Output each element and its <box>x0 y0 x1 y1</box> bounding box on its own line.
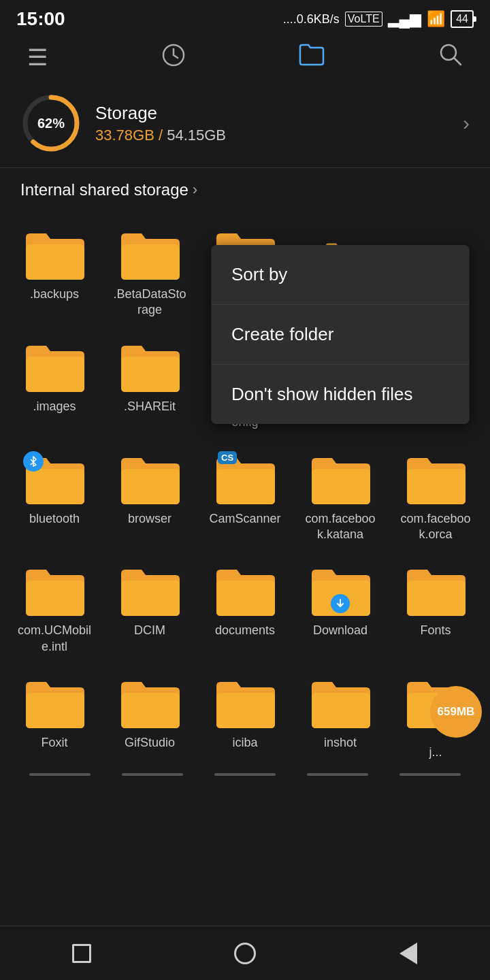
folder-images-label: .images <box>33 399 76 414</box>
battery-icon: 44 <box>451 10 474 28</box>
svg-rect-20 <box>121 581 180 616</box>
breadcrumb-arrow: › <box>193 181 197 199</box>
scrollbar-row <box>7 768 483 830</box>
folder-ucmobile[interactable]: com.UCMobile.intl <box>7 549 102 662</box>
camscanner-badge: CS <box>218 451 237 464</box>
folder-inshot[interactable]: inshot <box>293 662 388 767</box>
svg-rect-21 <box>216 581 275 616</box>
folder-images[interactable]: .images <box>7 325 102 438</box>
storage-used: 33.78GB <box>95 127 154 144</box>
nav-home-button[interactable] <box>231 940 259 967</box>
bluetooth-badge <box>23 451 44 472</box>
breadcrumb-text: Internal shared storage <box>20 180 189 199</box>
folder-download[interactable]: Download <box>293 549 388 662</box>
storage-arrow[interactable]: › <box>463 112 470 135</box>
dont-show-hidden-item[interactable]: Don't show hidden files <box>211 365 470 424</box>
folder-camscanner[interactable]: CS CamScanner <box>197 438 293 550</box>
folder-shareit-label: .SHAREit <box>124 399 176 414</box>
status-bar: 15:00 ....0.6KB/s VoLTE ▂▄▆ 📶 44 <box>0 0 490 35</box>
folder-inshot-label: inshot <box>324 735 357 751</box>
volte-icon: VoLTE <box>345 12 382 27</box>
folder-iciba-label: iciba <box>232 735 257 751</box>
svg-line-2 <box>454 58 461 65</box>
svg-rect-26 <box>216 693 275 728</box>
storage-label: Storage <box>95 103 226 124</box>
search-icon[interactable] <box>438 42 463 72</box>
svg-rect-27 <box>312 693 370 728</box>
svg-rect-10 <box>121 357 180 392</box>
storage-separator: / <box>159 127 167 144</box>
svg-rect-16 <box>216 469 275 504</box>
wifi-icon: 📶 <box>427 10 445 28</box>
folder-gifstudio-label: GifStudio <box>125 735 175 751</box>
sort-by-item[interactable]: Sort by <box>211 245 470 305</box>
svg-rect-9 <box>26 357 84 392</box>
scrollbar-1 <box>29 773 91 776</box>
scrollbar-4 <box>307 773 368 776</box>
folder-foxit[interactable]: Foxit <box>7 662 102 767</box>
storage-circle: 62% <box>20 93 82 154</box>
network-speed: ....0.6KB/s <box>283 12 340 27</box>
folder-iciba[interactable]: iciba <box>197 662 293 767</box>
folder-facebook-orca-label: com.facebook.orca <box>398 511 473 543</box>
folder-download-label: Download <box>313 623 368 638</box>
storage-total: 54.15GB <box>167 127 226 144</box>
status-time: 15:00 <box>16 8 65 30</box>
folder-documents-label: documents <box>215 623 275 638</box>
nav-back-button[interactable] <box>395 940 422 967</box>
svg-rect-25 <box>121 693 180 728</box>
storage-size: 33.78GB / 54.15GB <box>95 127 226 144</box>
history-icon[interactable] <box>161 43 186 72</box>
folder-backups[interactable]: .backups <box>7 213 102 325</box>
status-icons: ....0.6KB/s VoLTE ▂▄▆ 📶 44 <box>283 10 474 28</box>
download-badge <box>331 594 350 613</box>
folder-j-label: j... <box>429 745 442 760</box>
folder-bluetooth-label: bluetooth <box>29 511 80 527</box>
folder-facebook-katana[interactable]: com.facebook.katana <box>293 438 388 550</box>
folder-foxit-label: Foxit <box>41 735 67 751</box>
nav-square-icon <box>72 944 91 963</box>
folder-betadatastorage-label: .BetaDataStorage <box>112 287 187 318</box>
scrollbar-2 <box>122 773 183 776</box>
folder-browser-label: browser <box>128 511 172 527</box>
toolbar: ☰ <box>0 35 490 79</box>
folder-ucmobile-label: com.UCMobile.intl <box>17 623 92 655</box>
storage-section[interactable]: 62% Storage 33.78GB / 54.15GB › <box>0 79 490 168</box>
folder-facebook-katana-label: com.facebook.katana <box>303 511 378 543</box>
svg-rect-14 <box>26 469 84 504</box>
folder-bluetooth[interactable]: bluetooth <box>7 438 102 550</box>
dropdown-menu: Sort by Create folder Don't show hidden … <box>211 245 470 424</box>
signal-icon: ▂▄▆ <box>388 10 422 28</box>
folder-fonts[interactable]: Fonts <box>388 549 483 662</box>
svg-rect-15 <box>121 469 180 504</box>
folder-dcim[interactable]: DCIM <box>102 549 197 662</box>
folder-shareit[interactable]: .SHAREit <box>102 325 197 438</box>
svg-rect-17 <box>312 469 370 504</box>
folder-facebook-orca[interactable]: com.facebook.orca <box>388 438 483 550</box>
svg-rect-18 <box>407 469 466 504</box>
bottom-nav <box>0 926 490 980</box>
svg-rect-6 <box>121 244 180 280</box>
storage-floating-badge: 659MB <box>430 686 482 738</box>
svg-rect-19 <box>26 581 84 616</box>
scrollbar-5 <box>399 773 461 776</box>
svg-rect-23 <box>407 581 466 616</box>
menu-icon[interactable]: ☰ <box>27 44 48 71</box>
folder-icon[interactable] <box>299 43 325 71</box>
svg-rect-5 <box>26 244 84 280</box>
breadcrumb-row[interactable]: Internal shared storage › <box>0 168 490 206</box>
create-folder-item[interactable]: Create folder <box>211 305 470 365</box>
storage-info: Storage 33.78GB / 54.15GB <box>95 103 226 144</box>
folder-gifstudio[interactable]: GifStudio <box>102 662 197 767</box>
nav-circle-icon <box>234 943 256 964</box>
folder-backups-label: .backups <box>30 287 79 302</box>
folder-betadatastorage[interactable]: .BetaDataStorage <box>102 213 197 325</box>
storage-percent: 62% <box>37 116 65 131</box>
folder-browser[interactable]: browser <box>102 438 197 550</box>
nav-triangle-icon <box>399 943 417 964</box>
nav-recent-button[interactable] <box>68 940 95 967</box>
folder-documents[interactable]: documents <box>197 549 293 662</box>
folder-storage-badge[interactable]: 659MB j... <box>388 662 483 767</box>
svg-rect-24 <box>26 693 84 728</box>
folder-fonts-label: Fonts <box>420 623 451 638</box>
